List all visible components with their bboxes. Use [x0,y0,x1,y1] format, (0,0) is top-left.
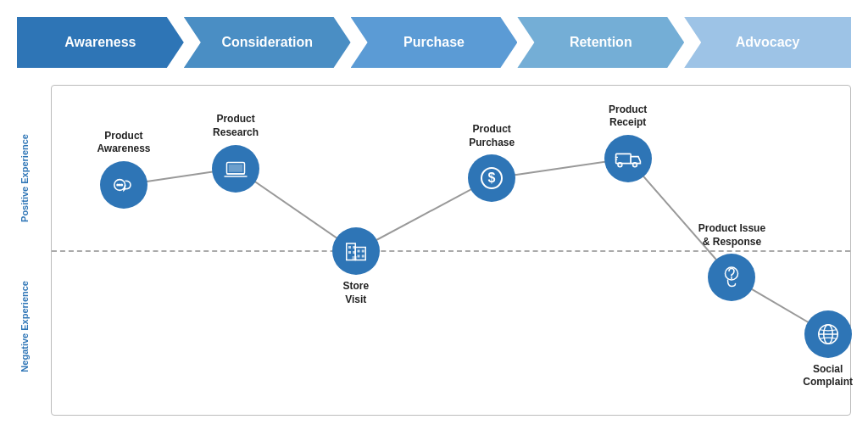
touchpoint-circle-product-purchase: $ [468,154,515,202]
arrow-nav: Awareness Consideration Purchase Retenti… [17,8,851,76]
positive-label: Positive Experience [17,110,32,246]
touchpoint-label-product-purchase: ProductPurchase [469,123,515,149]
touchpoint-store-visit: StoreVisit [332,227,380,275]
arrow-label-retention: Retention [570,35,632,50]
arrow-label-consideration: Consideration [221,35,313,50]
journey-area: Positive Experience Negative Experience [17,85,851,416]
touchpoint-label-social-complaint: SocialComplaint [803,363,853,389]
svg-rect-6 [229,164,243,171]
svg-point-27 [731,277,732,279]
arrow-retention: Retention [517,17,684,68]
touchpoint-circle-product-research [212,145,259,193]
arrow-advocacy: Advocacy [684,17,851,68]
touchpoint-product-research: ProductResearch [212,145,259,193]
touchpoint-circle-product-issue [708,254,755,301]
svg-rect-11 [353,246,355,249]
touchpoint-label-store-visit: StoreVisit [342,280,369,306]
svg-rect-21 [615,154,631,163]
negative-label: Negative Experience [17,263,32,390]
svg-rect-14 [357,250,359,253]
journey-path-svg [52,86,850,415]
touchpoint-social-complaint: SocialComplaint [804,310,852,358]
svg-rect-16 [357,255,359,258]
svg-rect-17 [361,255,364,258]
arrow-purchase: Purchase [351,17,518,68]
touchpoint-product-purchase: $ ProductPurchase [468,154,515,202]
arrow-consideration: Consideration [184,17,351,68]
touchpoint-circle-product-receipt [604,135,652,182]
touchpoint-label-product-awareness: ProductAwareness [97,130,150,156]
svg-rect-15 [361,250,364,253]
svg-point-3 [120,183,123,186]
svg-rect-9 [355,248,365,260]
y-labels: Positive Experience Negative Experience [17,85,47,416]
touchpoint-circle-store-visit [332,227,380,275]
arrow-label-awareness: Awareness [64,35,136,50]
svg-text:$: $ [488,170,496,185]
touchpoint-product-issue: Product Issue& Response [708,254,755,301]
arrow-label-advocacy: Advocacy [736,35,800,50]
svg-rect-13 [353,251,355,254]
svg-rect-10 [348,246,351,249]
touchpoint-product-awareness: ProductAwareness [100,161,147,209]
svg-point-23 [632,163,637,167]
svg-rect-12 [348,251,351,254]
touchpoint-label-product-research: ProductResearch [213,113,259,139]
chart-area: ProductAwareness ProductResearch StoreVi… [51,85,851,416]
touchpoint-product-receipt: ProductReceipt [604,135,652,182]
touchpoint-label-product-receipt: ProductReceipt [609,103,647,130]
arrow-awareness: Awareness [17,17,184,68]
arrow-label-purchase: Purchase [403,35,465,50]
touchpoint-circle-social-complaint [804,310,852,358]
main-container: Awareness Consideration Purchase Retenti… [0,0,868,436]
touchpoint-label-product-issue: Product Issue& Response [698,222,765,249]
svg-rect-18 [352,256,356,260]
svg-point-22 [618,163,622,167]
touchpoint-circle-product-awareness [100,161,147,209]
